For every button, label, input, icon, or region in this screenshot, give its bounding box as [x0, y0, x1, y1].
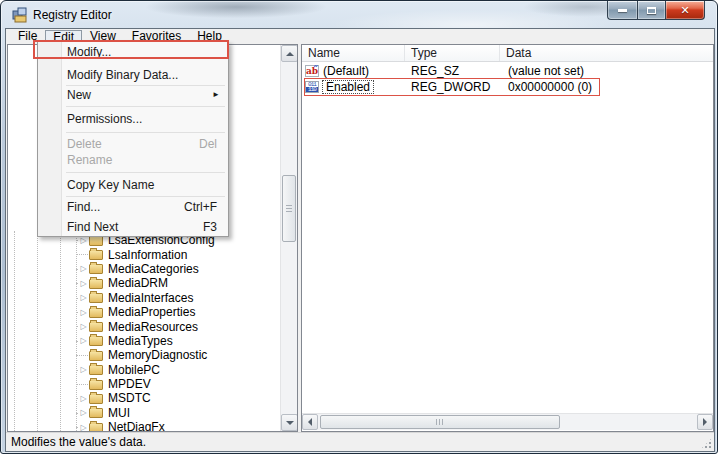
menu-separator — [66, 196, 225, 197]
titlebar[interactable]: Registry Editor ✕ — [1, 1, 717, 28]
arrow-right-icon — [703, 418, 707, 426]
tree-item[interactable]: MPDEV — [8, 377, 279, 391]
registry-editor-window: Registry Editor ✕ File Edit View Favorit… — [0, 0, 718, 454]
expand-arrow-icon[interactable] — [78, 292, 89, 303]
folder-icon — [89, 380, 103, 390]
minimize-button[interactable] — [607, 1, 637, 20]
expand-arrow-icon — [78, 350, 89, 361]
menu-item-rename: Rename — [39, 152, 227, 168]
tree-item[interactable]: MobilePC — [8, 363, 279, 377]
tree-item[interactable]: NetDiagFx — [8, 420, 279, 432]
expand-arrow-icon — [78, 249, 89, 260]
maximize-icon — [647, 7, 656, 14]
status-text: Modifies the value's data. — [11, 435, 146, 449]
menu-item-new[interactable]: New — [39, 87, 227, 103]
expand-arrow-icon — [78, 379, 89, 390]
folder-icon — [89, 264, 103, 274]
tree-item[interactable]: MemoryDiagnostic — [8, 348, 279, 362]
tree-rows: LsaExtensionConfig LsaInformation MediaC… — [8, 233, 279, 432]
menu-separator — [66, 85, 225, 86]
column-header-type[interactable]: Type — [405, 45, 500, 61]
expand-arrow-icon[interactable] — [78, 321, 89, 332]
tree-item-label: MediaInterfaces — [103, 292, 193, 304]
tree-item-label: MediaDRM — [103, 277, 168, 289]
menu-item-permissions[interactable]: Permissions... — [39, 111, 227, 127]
folder-icon — [89, 250, 103, 260]
folder-icon — [89, 336, 103, 346]
resize-grip[interactable] — [700, 437, 713, 450]
menu-item-find-next[interactable]: Find NextF3 — [39, 219, 227, 235]
expand-arrow-icon[interactable] — [78, 393, 89, 404]
tree-item[interactable]: MediaResources — [8, 319, 279, 333]
folder-icon — [89, 351, 103, 361]
folder-icon — [89, 408, 103, 418]
expand-arrow-icon[interactable] — [78, 278, 89, 289]
scroll-up-button[interactable] — [281, 45, 298, 62]
menu-item-copy-key-name[interactable]: Copy Key Name — [39, 177, 227, 193]
horizontal-scroll-thumb[interactable] — [320, 415, 560, 429]
menu-item-modify-binary-data[interactable]: Modify Binary Data... — [39, 67, 227, 83]
menu-separator — [66, 172, 225, 173]
expand-arrow-icon[interactable] — [78, 335, 89, 346]
annotation-highlight-modify — [33, 40, 229, 59]
registry-editor-icon — [12, 7, 28, 23]
tree-item[interactable]: MediaInterfaces — [8, 291, 279, 305]
tree-item-label: NetDiagFx — [103, 421, 165, 432]
tree-item[interactable]: LsaInformation — [8, 247, 279, 261]
value-data: (value not set) — [500, 64, 713, 78]
value-type: REG_SZ — [405, 64, 500, 78]
folder-icon — [89, 279, 103, 289]
tree-item-label: MUI — [103, 407, 130, 419]
arrow-down-icon — [286, 421, 294, 425]
window-title: Registry Editor — [33, 7, 112, 23]
scroll-right-button[interactable] — [697, 414, 713, 430]
scroll-left-button[interactable] — [302, 414, 318, 430]
column-header-name[interactable]: Name — [302, 45, 405, 61]
value-row-default[interactable]: ab (Default) REG_SZ (value not set) — [302, 63, 713, 79]
scroll-down-button[interactable] — [281, 414, 298, 431]
close-button[interactable]: ✕ — [666, 1, 705, 20]
list-horizontal-scrollbar[interactable] — [302, 413, 713, 430]
tree-item[interactable]: MediaCategories — [8, 262, 279, 276]
tree-item-label: MediaResources — [103, 321, 198, 333]
tree-item[interactable]: MSDTC — [8, 391, 279, 405]
annotation-highlight-enabled-row — [304, 78, 600, 96]
folder-icon — [89, 365, 103, 375]
maximize-button[interactable] — [637, 1, 666, 20]
folder-icon — [89, 308, 103, 318]
tree-item-label: MobilePC — [103, 364, 160, 376]
menu-item-delete: DeleteDel — [39, 136, 227, 152]
expand-arrow-icon[interactable] — [78, 307, 89, 318]
folder-icon — [89, 394, 103, 404]
vertical-scroll-thumb[interactable] — [282, 175, 296, 242]
tree-item[interactable]: MediaProperties — [8, 305, 279, 319]
minimize-icon — [618, 9, 627, 12]
tree-vertical-scrollbar[interactable] — [280, 45, 297, 431]
expand-arrow-icon[interactable] — [78, 407, 89, 418]
tree-item-label: MPDEV — [103, 378, 151, 390]
tree-item-label: MemoryDiagnostic — [103, 349, 207, 361]
folder-icon — [89, 322, 103, 332]
expand-arrow-icon[interactable] — [78, 422, 89, 432]
column-header-data[interactable]: Data — [500, 45, 713, 61]
close-icon: ✕ — [680, 5, 689, 16]
folder-icon — [89, 423, 103, 432]
tree-item[interactable]: MediaDRM — [8, 276, 279, 290]
tree-item-label: MediaTypes — [103, 335, 173, 347]
expand-arrow-icon[interactable] — [78, 263, 89, 274]
arrow-left-icon — [308, 418, 312, 426]
list-header: Name Type Data — [302, 45, 713, 62]
reg-sz-icon: ab — [305, 65, 319, 77]
menu-separator — [66, 106, 225, 107]
menu-item-find[interactable]: Find...Ctrl+F — [39, 199, 227, 215]
edit-menu-dropdown: Modify... Modify Binary Data... New Perm… — [37, 41, 229, 237]
menu-separator — [66, 132, 225, 133]
tree-item[interactable]: MUI — [8, 406, 279, 420]
expand-arrow-icon[interactable] — [78, 364, 89, 375]
values-list-pane[interactable]: Name Type Data ab (Default) REG_SZ (valu… — [301, 44, 714, 432]
arrow-up-icon — [286, 52, 294, 56]
tree-item[interactable]: MediaTypes — [8, 334, 279, 348]
tree-item-label: LsaInformation — [103, 249, 187, 261]
value-name: (Default) — [323, 64, 369, 78]
tree-item-label: MediaCategories — [103, 263, 199, 275]
